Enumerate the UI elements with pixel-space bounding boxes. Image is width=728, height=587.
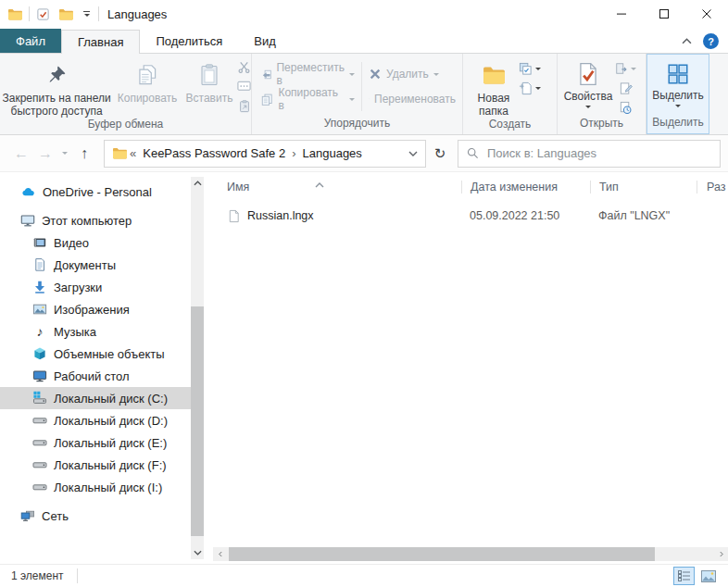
sidebar-scrollbar[interactable]	[191, 177, 204, 559]
paste-shortcut-button[interactable]	[237, 97, 251, 114]
scrollbar-thumb[interactable]	[229, 547, 655, 561]
group-label-organize: Упорядочить	[252, 117, 462, 134]
search-input[interactable]	[487, 146, 711, 160]
cut-button[interactable]	[237, 58, 251, 75]
view-thumbnails-button[interactable]	[697, 567, 719, 585]
sidebar-item-this-pc[interactable]: Этот компьютер	[0, 209, 191, 231]
sidebar-item-local-disk-i[interactable]: Локальный диск (I:)	[0, 476, 191, 498]
pin-to-quick-access-button[interactable]: Закрепить на панели быстрого доступа	[0, 56, 113, 118]
properties-button[interactable]: Свойства	[561, 56, 615, 117]
app-icon	[7, 8, 22, 20]
new-folder-icon	[482, 58, 507, 92]
history-button[interactable]	[615, 99, 636, 116]
edit-button[interactable]	[615, 80, 636, 96]
column-header-size[interactable]: Раз	[697, 181, 728, 194]
sidebar-item-local-disk-f[interactable]: Локальный диск (F:)	[0, 454, 191, 476]
back-button[interactable]: ←	[9, 141, 33, 167]
copy-to-button[interactable]: Копировать в	[256, 90, 359, 108]
copy-path-button[interactable]	[237, 78, 251, 94]
rename-button[interactable]: Переименовать	[364, 90, 460, 108]
close-icon	[702, 9, 711, 19]
drive-icon	[32, 480, 47, 494]
qat-new-folder-icon[interactable]	[58, 8, 73, 20]
status-bar: 1 элемент	[0, 564, 728, 587]
up-button[interactable]: ↑	[72, 141, 96, 167]
navigation-bar: ← → ↑ « KeePass Password Safe 2 › Langua…	[0, 135, 728, 172]
new-item-button[interactable]	[519, 80, 541, 96]
ribbon-group-open: Свойства Открыть	[558, 54, 646, 134]
cloud-icon	[20, 184, 36, 199]
forward-button[interactable]: →	[33, 141, 57, 167]
up-arrow-icon: ↑	[81, 145, 88, 162]
tab-view[interactable]: Вид	[238, 29, 292, 53]
sidebar-item-local-disk-c[interactable]: Локальный диск (C:)	[0, 387, 191, 409]
scroll-left-button[interactable]	[213, 547, 227, 561]
address-dropdown-button[interactable]	[401, 141, 425, 167]
view-details-button[interactable]	[673, 567, 695, 585]
open-button[interactable]	[615, 60, 636, 77]
search-icon	[467, 147, 479, 159]
group-label-clipboard: Буфер обмена	[0, 118, 251, 135]
search-box[interactable]	[458, 140, 721, 168]
sidebar-item-local-disk-e[interactable]: Локальный диск (E:)	[0, 431, 191, 454]
horizontal-scrollbar[interactable]	[213, 547, 728, 561]
breadcrumb-item-languages[interactable]: Languages	[299, 146, 366, 160]
file-row[interactable]: Russian.lngx 05.09.2022 21:50 Файл "LNGX…	[206, 204, 728, 228]
paste-button[interactable]: Вставить	[182, 56, 237, 118]
scrollbar-thumb[interactable]	[191, 306, 204, 536]
refresh-button[interactable]: ↻	[426, 140, 454, 168]
scroll-down-button[interactable]	[191, 546, 204, 559]
sidebar-item-downloads[interactable]: Загрузки	[0, 276, 191, 298]
qat-properties-icon[interactable]	[36, 7, 50, 21]
minimize-icon	[617, 9, 626, 19]
sidebar-item-music[interactable]: ♪ Музыка	[0, 320, 191, 343]
recent-locations-button[interactable]	[57, 152, 72, 155]
status-divider	[77, 568, 78, 583]
address-bar[interactable]: « KeePass Password Safe 2 › Languages	[104, 140, 426, 168]
drive-icon	[32, 413, 47, 428]
collapse-ribbon-button[interactable]	[682, 38, 692, 44]
easy-access-button[interactable]	[519, 60, 541, 77]
breadcrumb-collapsed-icon[interactable]: «	[127, 146, 139, 160]
select-button[interactable]: Выделить	[652, 57, 703, 116]
sidebar-item-desktop[interactable]: Рабочий стол	[0, 365, 191, 387]
breadcrumb-item-keepass[interactable]: KeePass Password Safe 2	[139, 146, 289, 160]
column-header-date[interactable]: Дата изменения	[461, 181, 590, 194]
close-button[interactable]	[685, 0, 728, 28]
tab-home[interactable]: Главная	[61, 30, 140, 54]
group-label-create: Создать	[463, 118, 557, 135]
ribbon-group-organize: Переместить в Копировать в Удалить	[252, 54, 463, 134]
scroll-right-button[interactable]	[714, 547, 728, 561]
sidebar-item-onedrive[interactable]: OneDrive - Personal	[0, 181, 191, 203]
dropdown-arrow-icon	[535, 87, 541, 90]
sidebar-item-3d-objects[interactable]: Объемные объекты	[0, 343, 191, 365]
copy-button[interactable]: Копировать	[113, 56, 182, 118]
sidebar-item-local-disk-d[interactable]: Локальный диск (D:)	[0, 409, 191, 431]
help-button[interactable]: ?	[703, 33, 719, 49]
paste-icon	[197, 58, 221, 92]
qat-customize-dropdown[interactable]	[82, 9, 92, 19]
sidebar-item-documents[interactable]: Документы	[0, 254, 191, 276]
dropdown-arrow-icon	[631, 68, 636, 70]
new-folder-button[interactable]: Новая папка	[469, 56, 519, 118]
scroll-up-button[interactable]	[191, 177, 204, 190]
music-note-icon: ♪	[32, 324, 47, 339]
file-list: Имя Дата изменения Тип Раз Russian.lngx …	[206, 172, 728, 564]
column-header-name[interactable]: Имя	[206, 181, 461, 194]
column-header-type[interactable]: Тип	[590, 181, 697, 194]
breadcrumb-separator[interactable]: ›	[289, 146, 298, 160]
sidebar-item-network[interactable]: Сеть	[0, 505, 191, 527]
tab-file[interactable]: Файл	[0, 29, 61, 53]
3d-objects-icon	[32, 346, 47, 361]
delete-button[interactable]: Удалить	[364, 65, 460, 83]
maximize-icon	[659, 9, 669, 19]
sidebar-item-videos[interactable]: Видео	[0, 231, 191, 254]
network-icon	[20, 508, 35, 523]
scissors-icon	[237, 60, 251, 74]
move-to-button[interactable]: Переместить в	[256, 65, 359, 83]
sidebar-item-pictures[interactable]: Изображения	[0, 298, 191, 320]
ribbon-group-clipboard: Закрепить на панели быстрого доступа Коп…	[0, 54, 252, 134]
minimize-button[interactable]	[600, 0, 643, 28]
tab-share[interactable]: Поделиться	[140, 29, 238, 53]
maximize-button[interactable]	[643, 0, 685, 28]
